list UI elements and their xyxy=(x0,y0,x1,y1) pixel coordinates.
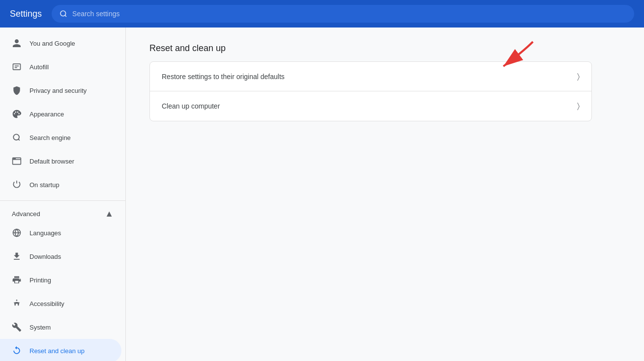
restore-defaults-row[interactable]: Restore settings to their original defau… xyxy=(150,62,591,91)
app-header: Settings xyxy=(0,0,644,28)
browser-icon xyxy=(12,156,22,166)
app-title: Settings xyxy=(10,9,42,19)
svg-line-6 xyxy=(18,139,20,140)
sidebar-item-privacy-security[interactable]: Privacy and security xyxy=(0,79,121,102)
sidebar-item-label: Downloads xyxy=(29,253,61,260)
sidebar-item-label: Printing xyxy=(29,277,51,284)
search-icon xyxy=(12,133,22,142)
globe-icon xyxy=(12,228,22,238)
chevron-right-icon: 〉 xyxy=(577,72,580,81)
sidebar-item-label: Accessibility xyxy=(29,300,64,307)
sidebar: You and Google Autofill Privacy and secu… xyxy=(0,28,126,361)
search-bar[interactable] xyxy=(52,5,634,23)
arrow-container: Restore settings to their original defau… xyxy=(149,61,592,121)
sidebar-item-label: Reset and clean up xyxy=(29,347,85,355)
sidebar-item-label: On startup xyxy=(29,181,59,189)
palette-icon xyxy=(12,109,22,119)
clean-up-computer-label: Clean up computer xyxy=(162,102,220,110)
sidebar-item-default-browser[interactable]: Default browser xyxy=(0,149,121,173)
sidebar-item-label: Appearance xyxy=(29,111,64,118)
sidebar-item-label: Languages xyxy=(29,229,61,237)
clean-up-computer-row[interactable]: Clean up computer 〉 xyxy=(150,91,591,121)
refresh-icon xyxy=(12,346,22,356)
svg-point-9 xyxy=(14,158,14,159)
chevron-up-icon: ▲ xyxy=(105,209,114,219)
sidebar-item-reset-clean[interactable]: Reset and clean up xyxy=(0,339,121,361)
wrench-icon xyxy=(12,322,22,332)
settings-card: Restore settings to their original defau… xyxy=(149,61,592,121)
sidebar-item-autofill[interactable]: Autofill xyxy=(0,55,121,79)
person-icon xyxy=(12,38,22,48)
accessibility-icon xyxy=(12,299,22,308)
search-icon xyxy=(59,10,67,18)
download-icon xyxy=(12,251,22,261)
svg-line-1 xyxy=(65,15,66,17)
advanced-section-header[interactable]: Advanced ▲ xyxy=(0,205,125,221)
divider xyxy=(0,200,125,201)
sidebar-item-system[interactable]: System xyxy=(0,315,121,339)
restore-defaults-label: Restore settings to their original defau… xyxy=(162,73,285,81)
sidebar-item-label: Privacy and security xyxy=(29,87,87,94)
sidebar-item-appearance[interactable]: Appearance xyxy=(0,102,121,126)
sidebar-item-on-startup[interactable]: On startup xyxy=(0,173,121,196)
svg-point-0 xyxy=(60,11,66,16)
sidebar-item-label: Autofill xyxy=(29,63,49,71)
sidebar-item-label: System xyxy=(29,324,51,331)
sidebar-item-you-and-google[interactable]: You and Google xyxy=(0,31,121,55)
sidebar-item-label: Search engine xyxy=(29,134,71,141)
svg-point-10 xyxy=(15,158,15,159)
sidebar-item-label: You and Google xyxy=(29,40,75,47)
sidebar-item-accessibility[interactable]: Accessibility xyxy=(0,292,121,315)
svg-point-13 xyxy=(16,300,18,301)
autofill-icon xyxy=(12,62,22,72)
sidebar-item-search-engine[interactable]: Search engine xyxy=(0,126,121,149)
page-title: Reset and clean up xyxy=(149,43,620,54)
search-input[interactable] xyxy=(72,10,626,18)
advanced-label: Advanced xyxy=(12,210,40,218)
chevron-right-icon-2: 〉 xyxy=(577,102,580,111)
shield-icon xyxy=(12,85,22,95)
main-content: Reset and clean up Restore settings to t… xyxy=(126,28,644,361)
sidebar-item-languages[interactable]: Languages xyxy=(0,221,121,245)
sidebar-item-label: Default browser xyxy=(29,158,74,165)
main-layout: You and Google Autofill Privacy and secu… xyxy=(0,28,644,361)
svg-rect-2 xyxy=(13,64,21,70)
sidebar-item-printing[interactable]: Printing xyxy=(0,268,121,292)
power-icon xyxy=(12,180,22,190)
print-icon xyxy=(12,275,22,285)
sidebar-item-downloads[interactable]: Downloads xyxy=(0,245,121,268)
